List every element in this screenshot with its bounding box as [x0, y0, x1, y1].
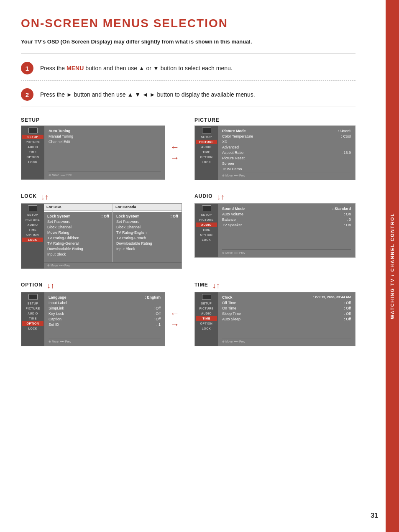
step-2-row: 2 Press the ► button and then use ▲ ▼ ◄ …	[21, 88, 356, 107]
lock-footer: ⊕ Move▪▪▪▪ Prev	[44, 262, 182, 269]
setup-menu-box: SETUP PICTURE AUDIO TIME OPTION LOCK Aut…	[21, 125, 165, 180]
option-menu-wrapper: SETUP PICTURE AUDIO TIME OPTION LOCK Lan…	[21, 292, 182, 346]
sidebar-audio-pic: AUDIO	[196, 145, 217, 149]
pic-item-7: Screen	[222, 161, 351, 166]
tv-icon-pic	[202, 128, 211, 133]
sidebar-setup-time: SETUP	[196, 301, 217, 306]
sidebar-setup-pic: SETUP	[196, 135, 217, 139]
canada-item-5: TV Rating-French	[116, 235, 178, 240]
page-number: 31	[371, 512, 378, 519]
option-content: Language: English Input Label SimpLink: …	[44, 292, 165, 346]
usa-item-2: Set Password	[47, 219, 109, 224]
time-item-1: Clock: Oct 19, 2006, 03:44 AM	[222, 295, 351, 300]
sidebar-lock-audio: LOCK	[196, 238, 217, 242]
option-sidebar: SETUP PICTURE AUDIO TIME OPTION LOCK	[21, 292, 44, 346]
sidebar-time-audio: TIME	[196, 228, 217, 232]
time-sidebar: SETUP PICTURE AUDIO TIME OPTION LOCK	[195, 292, 218, 346]
setup-content: Auto Tuning Manual Tuning Channel Edit ⊕…	[44, 126, 165, 179]
sidebar-picture-option: PICTURE	[22, 306, 43, 311]
canada-label: For Canada	[113, 204, 182, 211]
usa-col: For USA Lock System: Off Set Password Bl…	[44, 204, 113, 262]
sidebar-setup: SETUP	[22, 135, 43, 139]
sidebar-lock-lock: LOCK	[22, 238, 43, 242]
sidebar-time-lock: TIME	[22, 228, 43, 232]
tv-icon-time	[202, 294, 211, 300]
sidebar-lock-time: LOCK	[196, 326, 217, 331]
sidebar-audio: AUDIO	[22, 145, 43, 149]
sidebar-time-pic: TIME	[196, 150, 217, 154]
setup-label: SETUP	[21, 117, 182, 123]
sidebar-picture-lock: PICTURE	[22, 217, 43, 222]
lock-section: LOCK ↓↑ SETUP PICTURE AUDIO TIME OPTION …	[21, 193, 182, 269]
sidebar-picture: PICTURE	[22, 140, 43, 144]
option-item-3: SimpLink: Off	[49, 306, 161, 311]
time-item-3: On Time: Off	[222, 306, 351, 311]
canada-item-1: Lock System: Off	[116, 214, 178, 219]
option-item-4: Key Lock: Off	[49, 311, 161, 316]
tv-icon-option	[28, 294, 38, 300]
step-2-text: Press the ► button and then use ▲ ▼ ◄ ► …	[40, 90, 255, 99]
option-swap-arrows: ← →	[170, 308, 179, 330]
audio-item-2: Auto Volume: On	[222, 212, 351, 217]
lock-label: LOCK	[21, 193, 37, 199]
sidebar-picture-pic: PICTURE	[196, 140, 217, 144]
audio-sidebar: SETUP PICTURE AUDIO TIME OPTION LOCK	[195, 204, 218, 257]
sidebar-audio-time: AUDIO	[196, 311, 217, 316]
step-1-circle: 1	[21, 62, 33, 74]
pic-item-8: TruM Demo	[222, 166, 351, 171]
usa-item-4: Movie Rating	[47, 230, 109, 235]
time-sort-icon: ↓↑	[212, 281, 220, 290]
picture-section: PICTURE SETUP PICTURE AUDIO TIME OPTION …	[194, 117, 356, 180]
option-item-2: Input Label	[49, 300, 161, 305]
sidebar-time-time: TIME	[196, 316, 217, 321]
sidebar-lock-option: LOCK	[22, 326, 43, 331]
lock-label-row: LOCK ↓↑	[21, 193, 182, 202]
picture-footer: ⊕ Move▪▪▪▪ Prev	[222, 172, 351, 177]
option-menu-box: SETUP PICTURE AUDIO TIME OPTION LOCK Lan…	[21, 292, 165, 346]
sidebar-option-audio: OPTION	[196, 233, 217, 237]
time-footer: ⊕ Move▪▪▪▪ Prev	[222, 338, 351, 343]
canada-item-4: TV Rating-English	[116, 230, 178, 235]
option-footer: ⊕ More▪▪▪▪ Prev	[49, 338, 161, 343]
canada-item-2: Set Password	[116, 219, 178, 224]
audio-sort-icon: ↓↑	[217, 193, 225, 202]
top-divider	[21, 53, 356, 54]
time-item-5: Auto Sleep: Off	[222, 317, 351, 322]
canada-content: Lock System: Off Set Password Block Chan…	[113, 212, 182, 262]
setup-footer: ⊕ Move▪▪▪▪ Prev	[49, 171, 161, 177]
sidebar-time-option: TIME	[22, 316, 43, 321]
page-title: ON-SCREEN MENUS SELECTION	[21, 17, 356, 30]
side-label: WATCHING TV / CHANNEL CONTROL	[386, 0, 399, 532]
menus-grid: SETUP SETUP PICTURE AUDIO TIME OPTION LO…	[21, 117, 356, 346]
sidebar-audio-lock: AUDIO	[22, 223, 43, 227]
sidebar-setup-audio: SETUP	[196, 212, 217, 217]
usa-item-8: Input Block	[47, 252, 109, 257]
audio-label: AUDIO	[194, 193, 213, 199]
setup-sidebar: SETUP PICTURE AUDIO TIME OPTION LOCK	[21, 126, 44, 179]
time-menu-box: SETUP PICTURE AUDIO TIME OPTION LOCK Clo…	[194, 292, 356, 346]
option-item-6: Set ID: 1	[49, 322, 161, 327]
picture-label: PICTURE	[194, 117, 356, 123]
canada-item-3: Block Channel	[116, 225, 178, 230]
menu-keyword: MENU	[66, 65, 84, 72]
sidebar-lock-pic: LOCK	[196, 160, 217, 164]
sidebar-setup-lock: SETUP	[22, 212, 43, 217]
lock-sort-icon: ↓↑	[41, 193, 49, 202]
audio-item-4: TV Speaker: On	[222, 223, 351, 228]
sidebar-picture-time: PICTURE	[196, 306, 217, 311]
option-item-1: Language: English	[49, 295, 161, 300]
time-content: Clock: Oct 19, 2006, 03:44 AM Off Time: …	[218, 292, 355, 346]
option-item-5: Caption: Off	[49, 317, 161, 322]
pic-item-1: Picture Mode: User1	[222, 128, 351, 133]
option-sort-icon: ↓↑	[47, 281, 54, 290]
setup-item-3: Channel Edit	[49, 139, 161, 144]
step-1-text: Press the MENU button and then use ▲ or …	[40, 64, 233, 73]
setup-item-2: Manual Tuning	[49, 134, 161, 139]
pic-item-3: XD	[222, 139, 351, 144]
canada-item-7: Input Block	[116, 246, 178, 251]
audio-footer: ⊕ Move▪▪▪▪ Prev	[222, 249, 351, 255]
audio-content: Sound Mode: Standard Auto Volume: On Bal…	[218, 204, 355, 257]
usa-item-1: Lock System: Off	[47, 214, 109, 219]
time-label: TIME	[194, 282, 208, 288]
pic-item-6: Picture Reset	[222, 156, 351, 161]
